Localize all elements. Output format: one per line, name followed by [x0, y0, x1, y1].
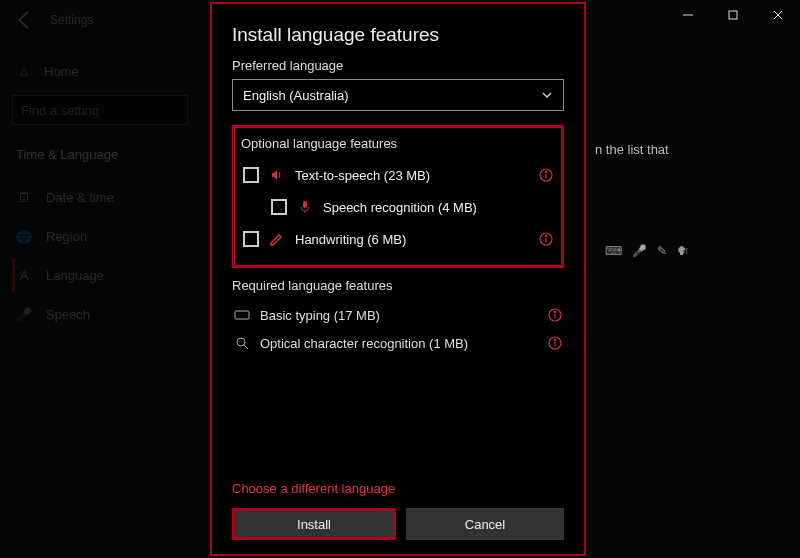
info-icon[interactable]	[539, 168, 553, 182]
maximize-button[interactable]	[710, 0, 755, 30]
checkbox-handwriting[interactable]	[243, 231, 259, 247]
minimize-button[interactable]	[665, 0, 710, 30]
feature-label: Text-to-speech (23 MB)	[295, 168, 529, 183]
language-icon: A	[16, 268, 32, 283]
required-features-group: Required language features Basic typing …	[232, 278, 564, 357]
handwriting-icon	[269, 231, 285, 247]
svg-rect-12	[235, 311, 249, 319]
optional-features-label: Optional language features	[241, 136, 555, 151]
keyboard-icon	[234, 307, 250, 323]
svg-point-11	[545, 235, 546, 236]
app-title: Settings	[50, 13, 93, 27]
install-language-dialog: Install language features Preferred lang…	[210, 2, 586, 556]
svg-point-19	[237, 338, 245, 346]
sidebar-item-date-time[interactable]: 🗓 Date & time	[12, 180, 188, 215]
install-button[interactable]: Install	[232, 508, 396, 540]
sidebar-item-label: Language	[46, 268, 104, 283]
window-controls	[665, 0, 800, 32]
globe-icon: 🌐	[16, 229, 32, 244]
dialog-title: Install language features	[232, 24, 564, 46]
preferred-language-label: Preferred language	[232, 58, 564, 73]
back-icon[interactable]	[14, 9, 36, 31]
ocr-icon	[234, 335, 250, 351]
dialog-buttons: Install Cancel	[232, 508, 564, 540]
svg-point-6	[545, 171, 546, 172]
sidebar-home[interactable]: ⌂ Home	[12, 58, 188, 85]
info-icon[interactable]	[548, 336, 562, 350]
feature-label: Basic typing (17 MB)	[260, 308, 538, 323]
home-icon: ⌂	[16, 64, 32, 79]
svg-point-18	[554, 311, 555, 312]
checkbox-tts[interactable]	[243, 167, 259, 183]
chevron-down-icon	[541, 89, 553, 101]
tts-icon: 🗣	[677, 244, 689, 258]
pen-icon: ✎	[657, 244, 667, 258]
preferred-language-value: English (Australia)	[243, 88, 349, 103]
info-icon[interactable]	[548, 308, 562, 322]
feature-label: Handwriting (6 MB)	[295, 232, 529, 247]
required-features-label: Required language features	[232, 278, 564, 293]
info-icon[interactable]	[539, 232, 553, 246]
svg-line-20	[244, 345, 248, 349]
bg-feature-icons: ⌨ 🎤 ✎ 🗣	[605, 244, 689, 258]
calendar-icon: 🗓	[16, 190, 32, 205]
sidebar-item-language[interactable]: A Language	[12, 258, 188, 293]
feature-label: Speech recognition (4 MB)	[323, 200, 553, 215]
sidebar-item-label: Region	[46, 229, 87, 244]
sidebar-home-label: Home	[44, 64, 79, 79]
checkbox-speech-rec[interactable]	[271, 199, 287, 215]
cancel-button[interactable]: Cancel	[406, 508, 564, 540]
feature-basic-typing: Basic typing (17 MB)	[232, 301, 564, 329]
feature-speech-recognition: Speech recognition (4 MB)	[241, 191, 555, 223]
close-button[interactable]	[755, 0, 800, 30]
feature-ocr: Optical character recognition (1 MB)	[232, 329, 564, 357]
microphone-icon: 🎤	[16, 307, 32, 322]
feature-handwriting: Handwriting (6 MB)	[241, 223, 555, 255]
feature-label: Optical character recognition (1 MB)	[260, 336, 538, 351]
svg-point-23	[554, 339, 555, 340]
svg-rect-1	[729, 11, 737, 19]
sidebar-item-speech[interactable]: 🎤 Speech	[12, 297, 188, 332]
tts-icon	[269, 167, 285, 183]
search-placeholder: Find a setting	[21, 103, 99, 118]
search-input[interactable]: Find a setting	[12, 95, 188, 125]
keyboard-icon: ⌨	[605, 244, 622, 258]
svg-rect-7	[303, 201, 307, 208]
feature-text-to-speech: Text-to-speech (23 MB)	[241, 159, 555, 191]
sidebar-item-label: Date & time	[46, 190, 114, 205]
preferred-language-select[interactable]: English (Australia)	[232, 79, 564, 111]
microphone-icon	[297, 199, 313, 215]
optional-features-group: Optional language features Text-to-speec…	[232, 125, 564, 268]
section-title: Time & Language	[12, 143, 188, 166]
microphone-icon: 🎤	[632, 244, 647, 258]
sidebar-item-region[interactable]: 🌐 Region	[12, 219, 188, 254]
choose-different-language-link[interactable]: Choose a different language	[232, 481, 564, 496]
bg-text-fragment: n the list that	[595, 142, 669, 157]
sidebar-item-label: Speech	[46, 307, 90, 322]
